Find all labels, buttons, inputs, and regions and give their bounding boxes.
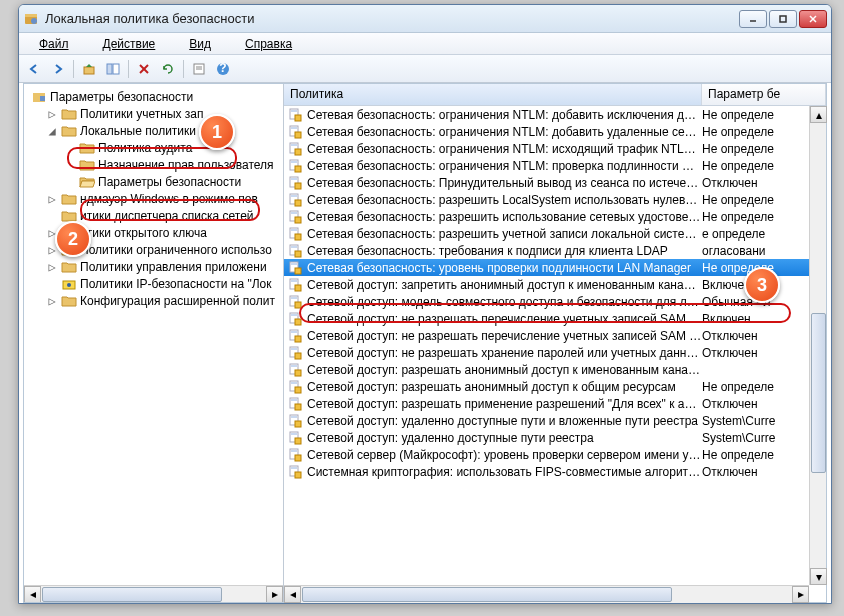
export-button[interactable] bbox=[188, 58, 210, 80]
menu-action[interactable]: Действие bbox=[87, 35, 172, 53]
back-button[interactable] bbox=[23, 58, 45, 80]
svg-rect-7 bbox=[84, 67, 94, 74]
delete-button[interactable] bbox=[133, 58, 155, 80]
column-policy[interactable]: Политика bbox=[284, 84, 702, 105]
tree-node[interactable]: Параметры безопасности bbox=[24, 173, 283, 190]
policy-row[interactable]: Сетевой доступ: разрешать анонимный дост… bbox=[284, 378, 826, 395]
menu-view[interactable]: Вид bbox=[173, 35, 227, 53]
policy-row[interactable]: Сетевая безопасность: разрешить использо… bbox=[284, 208, 826, 225]
policy-icon bbox=[288, 295, 304, 309]
policy-row[interactable]: Сетевая безопасность: Принудительный выв… bbox=[284, 174, 826, 191]
scroll-left-icon[interactable]: ◂ bbox=[284, 586, 301, 603]
tree-hscroll[interactable]: ◂ ▸ bbox=[24, 585, 283, 602]
svg-rect-55 bbox=[291, 297, 297, 299]
policy-row[interactable]: Сетевая безопасность: уровень проверки п… bbox=[284, 259, 826, 276]
tree-node[interactable]: ◢Локальные политики bbox=[24, 122, 283, 139]
svg-rect-56 bbox=[295, 302, 301, 308]
policy-value: System\Curre bbox=[702, 431, 826, 445]
policy-row[interactable]: Сетевая безопасность: ограничения NTLM: … bbox=[284, 123, 826, 140]
scroll-right-icon[interactable]: ▸ bbox=[792, 586, 809, 603]
policy-row[interactable]: Сетевая безопасность: ограничения NTLM: … bbox=[284, 140, 826, 157]
policy-row[interactable]: Сетевая безопасность: разрешить учетной … bbox=[284, 225, 826, 242]
svg-rect-22 bbox=[291, 110, 297, 112]
titlebar[interactable]: Локальная политика безопасности bbox=[19, 5, 831, 33]
menubar: Файл Действие Вид Справка bbox=[19, 33, 831, 55]
expand-icon[interactable]: ▷ bbox=[46, 260, 58, 274]
policy-row[interactable]: Сетевая безопасность: ограничения NTLM: … bbox=[284, 106, 826, 123]
toolbar: ? bbox=[19, 55, 831, 83]
svg-rect-82 bbox=[291, 450, 297, 452]
policy-name: Сетевой доступ: разрешать анонимный дост… bbox=[307, 363, 702, 377]
refresh-button[interactable] bbox=[157, 58, 179, 80]
policy-value: Отключен bbox=[702, 329, 826, 343]
svg-rect-74 bbox=[295, 404, 301, 410]
tree-node[interactable]: итики диспетчера списка сетей bbox=[24, 207, 283, 224]
tree-label: Политики управления приложени bbox=[80, 260, 267, 274]
tree-label: Политики IP-безопасности на "Лок bbox=[80, 277, 271, 291]
maximize-button[interactable] bbox=[769, 10, 797, 28]
scroll-down-icon[interactable]: ▾ bbox=[810, 568, 827, 585]
folder-icon bbox=[79, 158, 95, 172]
list-vscroll[interactable]: ▴ ▾ bbox=[809, 106, 826, 585]
svg-rect-18 bbox=[40, 96, 45, 101]
column-param[interactable]: Параметр бе bbox=[702, 84, 826, 105]
policy-value: Отключен bbox=[702, 346, 826, 360]
policy-icon bbox=[288, 210, 304, 224]
policy-icon bbox=[288, 227, 304, 241]
svg-rect-4 bbox=[780, 16, 786, 22]
svg-rect-76 bbox=[291, 416, 297, 418]
list-header: Политика Параметр бе bbox=[284, 84, 826, 106]
policy-row[interactable]: Сетевой доступ: не разрешать перечислени… bbox=[284, 310, 826, 327]
tree-label: итики открытого ключа bbox=[80, 226, 207, 240]
tree-node[interactable]: Назначение прав пользователя bbox=[24, 156, 283, 173]
policy-value: Не определе bbox=[702, 448, 826, 462]
policy-row[interactable]: Сетевая безопасность: требования к подпи… bbox=[284, 242, 826, 259]
tree-node[interactable]: ▷Политики учетных зап bbox=[24, 105, 283, 122]
policy-row[interactable]: Сетевой доступ: не разрешать перечислени… bbox=[284, 327, 826, 344]
svg-rect-85 bbox=[291, 467, 297, 469]
tree-node[interactable]: Политика аудита bbox=[24, 139, 283, 156]
policy-icon bbox=[288, 346, 304, 360]
menu-help[interactable]: Справка bbox=[229, 35, 308, 53]
expand-icon[interactable]: ▷ bbox=[46, 107, 58, 121]
scroll-left-icon[interactable]: ◂ bbox=[24, 586, 41, 603]
scroll-up-icon[interactable]: ▴ bbox=[810, 106, 827, 123]
folder-icon bbox=[61, 277, 77, 291]
minimize-button[interactable] bbox=[739, 10, 767, 28]
policy-name: Сетевая безопасность: ограничения NTLM: … bbox=[307, 159, 702, 173]
close-button[interactable] bbox=[799, 10, 827, 28]
policy-icon bbox=[288, 244, 304, 258]
policy-row[interactable]: Сетевой доступ: разрешать применение раз… bbox=[284, 395, 826, 412]
policy-row[interactable]: Сетевая безопасность: разрешить LocalSys… bbox=[284, 191, 826, 208]
forward-button[interactable] bbox=[47, 58, 69, 80]
policy-row[interactable]: Сетевой доступ: разрешать анонимный дост… bbox=[284, 361, 826, 378]
svg-rect-61 bbox=[291, 331, 297, 333]
expand-icon[interactable]: ◢ bbox=[46, 124, 58, 138]
policy-row[interactable]: Системная криптография: использовать FIP… bbox=[284, 463, 826, 480]
menu-file[interactable]: Файл bbox=[23, 35, 85, 53]
tree-node[interactable]: ▷ндмауэр Windows в режиме пов bbox=[24, 190, 283, 207]
show-tree-button[interactable] bbox=[102, 58, 124, 80]
policy-row[interactable]: Сетевой сервер (Майкрософт): уровень про… bbox=[284, 446, 826, 463]
policy-name: Сетевая безопасность: разрешить использо… bbox=[307, 210, 702, 224]
tree-node[interactable]: Политики IP-безопасности на "Лок bbox=[24, 275, 283, 292]
policy-row[interactable]: Сетевая безопасность: ограничения NTLM: … bbox=[284, 157, 826, 174]
list-hscroll[interactable]: ◂ ▸ bbox=[284, 585, 809, 602]
policy-icon bbox=[288, 159, 304, 173]
expand-icon[interactable]: ▷ bbox=[46, 192, 58, 206]
policy-name: Сетевая безопасность: требования к подпи… bbox=[307, 244, 702, 258]
policy-row[interactable]: Сетевой доступ: не разрешать хранение па… bbox=[284, 344, 826, 361]
up-button[interactable] bbox=[78, 58, 100, 80]
policy-row[interactable]: Сетевой доступ: удаленно доступные пути … bbox=[284, 429, 826, 446]
policy-icon bbox=[288, 465, 304, 479]
help-button[interactable]: ? bbox=[212, 58, 234, 80]
scroll-right-icon[interactable]: ▸ bbox=[266, 586, 283, 603]
tree-node[interactable]: ▷Политики управления приложени bbox=[24, 258, 283, 275]
policy-row[interactable]: Сетевой доступ: удаленно доступные пути … bbox=[284, 412, 826, 429]
expand-icon[interactable]: ▷ bbox=[46, 294, 58, 308]
policy-value: Отключен bbox=[702, 176, 826, 190]
tree-node[interactable]: ▷Конфигурация расширенной полит bbox=[24, 292, 283, 309]
tree-label: итики диспетчера списка сетей bbox=[80, 209, 254, 223]
policy-row[interactable]: Сетевой доступ: модель совместного досту… bbox=[284, 293, 826, 310]
tree-root[interactable]: Параметры безопасности bbox=[24, 88, 283, 105]
